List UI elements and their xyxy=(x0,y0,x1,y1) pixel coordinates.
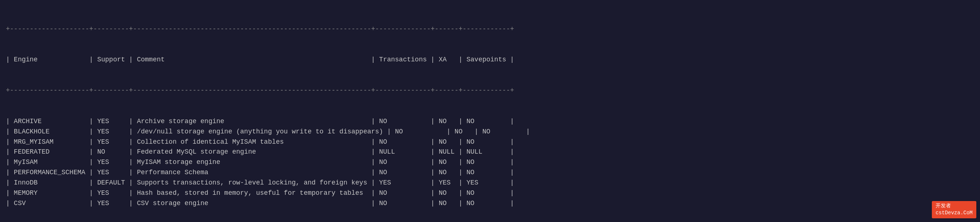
table-row: | PERFORMANCE_SCHEMA | YES | Performance… xyxy=(6,168,974,178)
table-row: | CSV | YES | CSV storage engine | NO | … xyxy=(6,198,974,209)
table-container: +--------------------+---------+--------… xyxy=(6,4,974,222)
divider-header: +--------------------+---------+--------… xyxy=(6,86,974,96)
brand-badge: 开发者 cstDevza.CoM xyxy=(932,201,976,218)
table-row: | ARCHIVE | YES | Archive storage engine… xyxy=(6,117,974,127)
table-row: | MyISAM | YES | MyISAM storage engine |… xyxy=(6,157,974,168)
divider-top: +--------------------+---------+--------… xyxy=(6,24,974,35)
table-row: | MEMORY | YES | Hash based, stored in m… xyxy=(6,188,974,198)
brand-site: cstDevza.CoM xyxy=(935,210,973,216)
table-row: | InnoDB | DEFAULT | Supports transactio… xyxy=(6,178,974,188)
table-header: | Engine | Support | Comment | Transacti… xyxy=(6,55,974,65)
table-row: | BLACKHOLE | YES | /dev/null storage en… xyxy=(6,127,974,137)
table-row: | MRG_MYISAM | YES | Collection of ident… xyxy=(6,137,974,147)
table-body: | ARCHIVE | YES | Archive storage engine… xyxy=(6,117,974,209)
brand-label: 开发者 xyxy=(935,203,951,209)
table-row: | FEDERATED | NO | Federated MySQL stora… xyxy=(6,147,974,157)
sql-table: +--------------------+---------+--------… xyxy=(6,4,974,222)
